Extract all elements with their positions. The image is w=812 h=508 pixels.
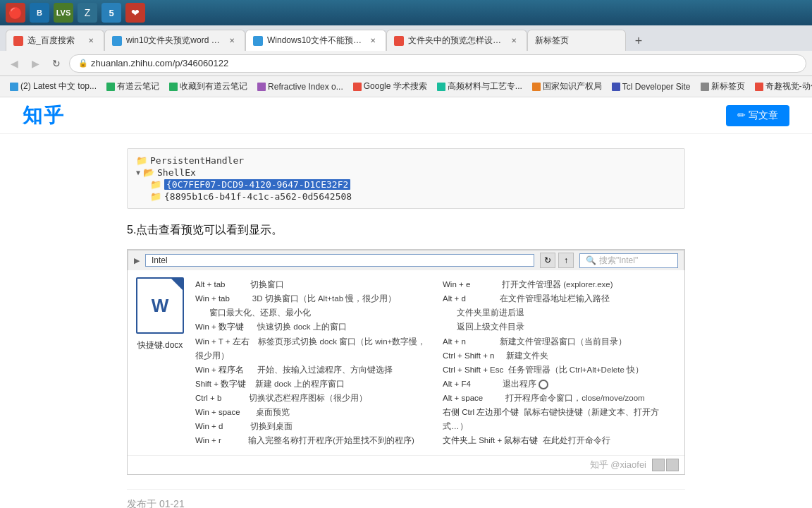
bookmark-4-favicon bbox=[257, 83, 266, 91]
new-tab-button[interactable]: + bbox=[629, 31, 648, 51]
bookmark-1[interactable]: (2) Latest 中文 top... bbox=[6, 79, 101, 94]
shortcuts-right: Win + e 打开文件管理器 (explorer.exe) Alt + d 在… bbox=[443, 277, 676, 448]
bookmark-7-favicon bbox=[532, 83, 541, 91]
bookmark-4-label: Refractive Index o... bbox=[268, 82, 343, 92]
registry-row-2: ▼ 📂 ShellEx bbox=[136, 167, 676, 179]
bookmark-7[interactable]: 国家知识产权局 bbox=[528, 79, 606, 94]
explorer-path[interactable]: Intel bbox=[145, 254, 534, 267]
folder-icon-3: 📁 bbox=[150, 179, 161, 190]
up-dir-button[interactable]: ↑ bbox=[558, 253, 574, 268]
sc-row-9: Win + space 桌面预览 bbox=[195, 405, 429, 419]
write-article-button[interactable]: ✏ 写文章 bbox=[726, 105, 789, 126]
article-area[interactable]: 📁 PersistentHandler ▼ 📂 ShellEx 📁 {0C7FE… bbox=[0, 134, 812, 508]
tab-5[interactable]: 新标签页 bbox=[527, 30, 626, 51]
tab-1-close[interactable]: ✕ bbox=[85, 35, 97, 47]
tab-3-close[interactable]: ✕ bbox=[367, 35, 379, 47]
zhihu-logo: 知乎 bbox=[23, 102, 65, 129]
file-name-label: 快捷键.docx bbox=[137, 339, 183, 351]
folder-icon-4: 📁 bbox=[150, 191, 161, 202]
search-icon: 🔍 bbox=[586, 255, 596, 265]
taskbar-app-4[interactable]: Z bbox=[78, 3, 97, 23]
bookmark-3-favicon bbox=[169, 83, 178, 91]
tab-bar: 选_百度搜索 ✕ win10文件夹预览word - 搜索... ✕ Window… bbox=[0, 25, 812, 51]
taskbar-app-2[interactable]: B bbox=[30, 3, 49, 23]
forward-button[interactable]: ▶ bbox=[27, 55, 44, 72]
sc-row-5: Win + T + 左右 标签页形式切换 dock 窗口（比 win+数字慢，很… bbox=[195, 334, 429, 363]
taskbar-app-1[interactable]: 🔴 bbox=[6, 3, 25, 23]
bookmark-9-favicon bbox=[755, 83, 763, 91]
bookmark-6-label: 高频材料与工艺专... bbox=[448, 80, 522, 92]
word-icon-fold bbox=[171, 279, 183, 290]
watermark-2: 知乎 @xiaofei bbox=[590, 459, 646, 471]
registry-item-1: PersistentHandler bbox=[150, 155, 244, 166]
sc-row-18: Ctrl + Shift + Esc 任务管理器（比 Ctrl+Alt+Dele… bbox=[443, 363, 676, 377]
file-icon-area: W 快捷键.docx bbox=[136, 277, 184, 448]
registry-box: 📁 PersistentHandler ▼ 📂 ShellEx 📁 {0C7FE… bbox=[127, 148, 685, 209]
bookmark-tcl[interactable]: Tcl Developer Site bbox=[608, 80, 695, 93]
bookmark-6[interactable]: 高频材料与工艺专... bbox=[433, 79, 527, 94]
bookmarks-bar: (2) Latest 中文 top... 有道云笔记 收藏到有道云笔记 Refr… bbox=[0, 76, 812, 97]
tab-2-close[interactable]: ✕ bbox=[226, 35, 238, 47]
tab-1[interactable]: 选_百度搜索 ✕ bbox=[6, 30, 104, 51]
tab-3[interactable]: Windows10文件不能预览的解... ✕ bbox=[245, 30, 386, 51]
sc-row-2: Win + tab 3D 切换窗口（比 Alt+tab 慢，很少用） bbox=[195, 291, 429, 306]
bookmark-2-favicon bbox=[106, 83, 115, 91]
tab-2[interactable]: win10文件夹预览word - 搜索... ✕ bbox=[104, 30, 245, 51]
publish-date: 发布于 01-21 bbox=[127, 489, 685, 509]
taskbar-app-3[interactable]: LVS bbox=[54, 3, 73, 23]
sc-row-19: Alt + F4 退出程序 bbox=[443, 377, 676, 391]
sc-row-6: Win + 程序名 开始、按输入过滤程序、方向键选择 bbox=[195, 363, 429, 377]
bookmark-1-label: (2) Latest 中文 top... bbox=[20, 80, 97, 92]
back-button[interactable]: ◀ bbox=[6, 55, 23, 72]
bookmark-tcl-label: Tcl Developer Site bbox=[622, 82, 691, 92]
zhihu-header: 知乎 ✏ 写文章 bbox=[0, 97, 812, 134]
bookmark-newtab[interactable]: 新标签页 bbox=[696, 79, 749, 94]
explorer-toolbar-icons: ↻ ↑ bbox=[540, 253, 574, 268]
bottom-icon-1[interactable] bbox=[652, 459, 665, 471]
shortcuts-container: Alt + tab 切换窗口 Win + tab 3D 切换窗口（比 Alt+t… bbox=[195, 277, 676, 448]
zoom-magnifier-icon bbox=[539, 380, 548, 389]
tab-2-title: win10文件夹预览word - 搜索... bbox=[126, 35, 222, 47]
bookmark-1-favicon bbox=[10, 83, 18, 91]
bottom-icons bbox=[652, 459, 679, 471]
page-content: 知乎 ✏ 写文章 📁 PersistentHandler ▼ 📂 ShellEx… bbox=[0, 97, 812, 508]
bookmark-7-label: 国家知识产权局 bbox=[543, 80, 602, 92]
bookmark-4[interactable]: Refractive Index o... bbox=[253, 80, 347, 93]
shortcuts-left: Alt + tab 切换窗口 Win + tab 3D 切换窗口（比 Alt+t… bbox=[195, 277, 429, 448]
bookmark-5[interactable]: Google 学术搜索 bbox=[349, 79, 431, 94]
sc-row-14: 文件夹里前进后退 bbox=[443, 306, 676, 320]
sc-row-22: 文件夹上 Shift + 鼠标右键 在此处打开命令行 bbox=[443, 433, 676, 447]
tab-4[interactable]: 文件夹中的预览怎样设置_百度... ✕ bbox=[386, 30, 527, 51]
url-text: zhuanlan.zhihu.com/p/346060122 bbox=[91, 58, 228, 68]
sc-row-1: Alt + tab 切换窗口 bbox=[195, 277, 429, 291]
tab-4-title: 文件夹中的预览怎样设置_百度... bbox=[408, 35, 504, 47]
tab-3-favicon bbox=[253, 36, 263, 46]
registry-row-1: 📁 PersistentHandler bbox=[136, 155, 676, 167]
sc-row-13: Alt + d 在文件管理器地址栏输入路径 bbox=[443, 291, 676, 306]
tab-4-close[interactable]: ✕ bbox=[508, 35, 519, 47]
folder-icon-2: 📂 bbox=[143, 167, 154, 178]
search-box[interactable]: 🔍 搜索"Intel" bbox=[579, 253, 678, 268]
tab-3-title: Windows10文件不能预览的解... bbox=[267, 35, 363, 47]
browser-chrome: 选_百度搜索 ✕ win10文件夹预览word - 搜索... ✕ Window… bbox=[0, 25, 812, 97]
registry-item-2: ShellEx bbox=[157, 167, 196, 178]
taskbar-app-5[interactable]: 5 bbox=[102, 3, 121, 23]
search-placeholder: 搜索"Intel" bbox=[599, 255, 638, 267]
preview-area: W 快捷键.docx Alt + tab 切换窗口 Win + tab 3D 切… bbox=[128, 270, 684, 455]
bookmark-3[interactable]: 收藏到有道云笔记 bbox=[165, 79, 252, 94]
step-text: 5.点击查看预览可以看到显示。 bbox=[127, 223, 685, 238]
bottom-icon-2[interactable] bbox=[666, 459, 679, 471]
url-bar[interactable]: 🔒 zhuanlan.zhihu.com/p/346060122 bbox=[69, 54, 806, 73]
taskbar-app-6[interactable]: ❤ bbox=[125, 3, 145, 23]
tab-2-favicon bbox=[112, 36, 122, 46]
sc-row-16: Alt + n 新建文件管理器窗口（当前目录） bbox=[443, 334, 676, 349]
bookmark-5-favicon bbox=[353, 83, 362, 91]
registry-row-3: 📁 {0C7FEF07-DCD9-4120-9647-D1CE32F2 bbox=[136, 179, 676, 190]
sc-row-4: Win + 数字键 快速切换 dock 上的窗口 bbox=[195, 320, 429, 334]
refresh-files-button[interactable]: ↻ bbox=[540, 253, 555, 268]
bookmark-9[interactable]: 奇趣视觉-动作捕捉... bbox=[751, 79, 812, 94]
tab-1-title: 选_百度搜索 bbox=[27, 35, 75, 47]
bookmark-2[interactable]: 有道云笔记 bbox=[102, 79, 164, 94]
explorer-window: ▶ Intel ↻ ↑ 🔍 搜索"Intel" W bbox=[127, 249, 685, 475]
refresh-button[interactable]: ↻ bbox=[48, 55, 65, 72]
